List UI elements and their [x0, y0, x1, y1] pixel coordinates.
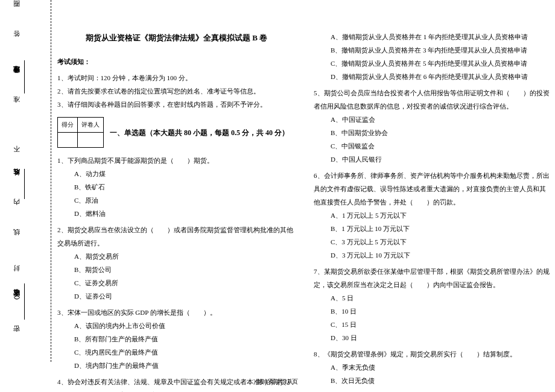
option: B、10 日: [331, 305, 552, 318]
score-cell-grader: 评卷人: [78, 118, 104, 133]
option: D、证券公司: [74, 289, 296, 303]
option: C、境内居民生产的最终产值: [74, 346, 296, 359]
notice-item: 2、请首先按要求在试卷的指定位置填写您的姓名、准考证号等信息。: [57, 84, 296, 98]
question-1: 1、下列商品期货不属于能源期货的是（ ）期货。: [57, 154, 296, 167]
question-8: 8、《期货交易管理条例》规定，期货交易所实行（ ）结算制度。: [314, 347, 552, 361]
option: C、中国银监会: [331, 139, 552, 153]
question-7: 7、某期货交易所欲委任张某做中层管理干部，根据《期货交易所管理办法》的规定，该交…: [314, 265, 552, 291]
right-column: A、撤销期货从业人员资格并在 1 年内拒绝受理其从业人员资格申请 B、撤销期货从…: [314, 30, 552, 392]
score-cell-score: 得分: [58, 118, 78, 133]
option: B、所有部门生产的最终产值: [74, 332, 296, 346]
question-2: 2、期货交易应当在依法设立的（ ）或者国务院期货监督管理机构批准的其他交易场所进…: [57, 223, 296, 250]
option: D、中国人民银行: [331, 153, 552, 166]
option: D、撤销期货从业人员资格并在 6 年内拒绝受理其从业人员资格申请: [331, 70, 552, 83]
binding-underline: [24, 60, 25, 93]
option: B、中国期货业协会: [331, 126, 552, 139]
option: C、15 日: [331, 318, 552, 331]
exam-title: 期货从业资格证《期货法律法规》全真模拟试题 B 卷: [57, 30, 296, 46]
question-3: 3、宋体一国或地区的实际 GDP 的增长是指（ ）。: [57, 306, 296, 319]
binding-underline: [24, 169, 25, 199]
left-column: 期货从业资格证《期货法律法规》全真模拟试题 B 卷 考试须知： 1、考试时间：1…: [57, 30, 296, 392]
option: A、1 万元以上 5 万元以下: [331, 209, 552, 222]
option: A、期货交易所: [74, 250, 296, 263]
option: A、该国的境内外上市公司价值: [74, 319, 296, 332]
option: D、30 日: [331, 331, 552, 344]
binding-margin: 圈 答 准考证号 准 不 姓名 内 线 封 省（市区） 密: [0, 0, 51, 362]
question-5: 5、期货公司会员应当结合投资者个人信用报告等信用证明文件和（ ）的投资者信用风险…: [314, 86, 552, 113]
option: B、期货公司: [74, 263, 296, 276]
option: A、中国证监会: [331, 113, 552, 126]
option: B、1 万元以上 10 万元以下: [331, 222, 552, 235]
option: D、境内部门生产的最终产值: [74, 359, 296, 372]
option: A、季末无负债: [331, 361, 552, 374]
option: B、铁矿石: [74, 180, 296, 194]
section-header-row: 得分 评卷人 一、单选题（本大题共 80 小题，每题 0.5 分，共 40 分）: [57, 117, 296, 148]
option: A、5 日: [331, 291, 552, 305]
question-6: 6、会计师事务所、律师事务所、资产评估机构等中介服务机构未勤勉尽责，所出具的文件…: [314, 169, 552, 209]
option: C、证券交易所: [74, 276, 296, 289]
score-table: 得分 评卷人: [57, 117, 104, 148]
option: A、动力煤: [74, 167, 296, 180]
option: C、撤销期货从业人员资格并在 5 年内拒绝受理其从业人员资格申请: [331, 57, 552, 70]
page-content: 期货从业资格证《期货法律法规》全真模拟试题 B 卷 考试须知： 1、考试时间：1…: [57, 0, 555, 392]
option: B、撤销期货从业人员资格并在 3 年内拒绝受理其从业人员资格申请: [331, 43, 552, 57]
notice-item: 1、考试时间：120 分钟，本卷满分为 100 分。: [57, 71, 296, 84]
notice-heading: 考试须知：: [57, 55, 296, 68]
notice-item: 3、请仔细阅读各种题目的回答要求，在密封线内答题，否则不予评分。: [57, 98, 296, 111]
option: A、撤销期货从业人员资格并在 1 年内拒绝受理其从业人员资格申请: [331, 30, 552, 43]
binding-underline: [24, 283, 25, 320]
page-footer: 第 1 页 共 17 页: [0, 378, 555, 386]
option: C、3 万元以上 5 万元以下: [331, 235, 552, 248]
option: D、3 万元以上 10 万元以下: [331, 248, 552, 262]
option: D、燃料油: [74, 207, 296, 220]
section-1-title: 一、单选题（本大题共 80 小题，每题 0.5 分，共 40 分）: [110, 125, 289, 140]
option: C、原油: [74, 194, 296, 207]
